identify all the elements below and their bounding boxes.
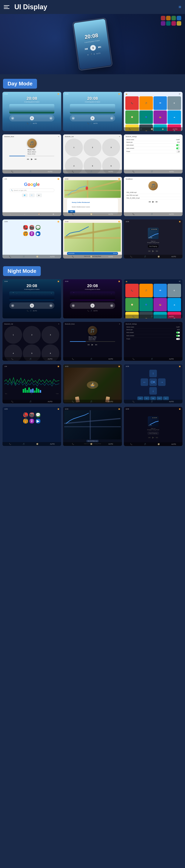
track-item-3[interactable]: 华乐_25_25EE_8.mp3 — [126, 197, 181, 200]
call-close[interactable]: ✕ — [119, 136, 120, 137]
s-next[interactable]: ⏭ — [156, 200, 158, 203]
n2-tel[interactable]: 📞 — [87, 310, 89, 312]
n-app-nav[interactable]: 🧭 — [125, 298, 139, 311]
n-app-weather[interactable]: ☁ — [167, 298, 181, 311]
mic-icon-1[interactable]: 🎵 — [30, 123, 32, 124]
ns-aa-toggle[interactable] — [176, 332, 180, 334]
cp-play[interactable]: ▶ — [152, 249, 154, 252]
auto-answer-toggle[interactable] — [176, 144, 180, 146]
nc2b-phone[interactable]: 📞 — [133, 401, 135, 403]
nav-down[interactable]: ↓ — [149, 387, 157, 395]
mb-nav[interactable]: 🧭 — [90, 213, 92, 215]
n2-play[interactable]: ⏸ — [90, 304, 95, 308]
nd-3[interactable]: 3 — [42, 326, 59, 344]
app-spotify[interactable]: 🎵 — [23, 231, 28, 236]
next-btn-2[interactable]: ⏭ — [110, 117, 113, 120]
ncb-phone[interactable]: 📞 — [11, 358, 14, 360]
n1-mic[interactable]: 🎵 — [30, 310, 32, 312]
dial-1[interactable]: 1 — [65, 138, 83, 156]
ns-ac-toggle[interactable] — [176, 335, 180, 337]
ncpb-music[interactable]: 🎵 — [144, 443, 146, 445]
ah-phone[interactable]: 📞 — [9, 256, 11, 257]
nav-ok[interactable]: OK — [149, 378, 157, 386]
eqb-music[interactable]: 🎵 — [29, 401, 31, 403]
cb-phone[interactable]: 📞 — [72, 170, 74, 173]
n-app-bt[interactable]: 🔵 — [139, 298, 153, 311]
n-app-map[interactable]: 🗺 — [154, 284, 167, 297]
nb-phone[interactable]: 📞 — [72, 256, 74, 257]
nc-close[interactable]: ✕ — [58, 323, 59, 325]
nav-icon[interactable]: ≡ — [179, 4, 181, 10]
bi-nav[interactable]: 🧭 — [151, 128, 153, 130]
nnb-nav[interactable]: 🧭 — [90, 443, 92, 445]
nmb-phone[interactable]: 📞 — [72, 358, 74, 360]
track-item-2[interactable]: xxxx 华乐 xxxx.mp3 — [126, 194, 181, 197]
play-btn-2[interactable]: ⏸ — [90, 116, 95, 120]
n2-prev[interactable]: ⏮ — [72, 304, 75, 307]
nm-next[interactable]: ⏭ — [95, 343, 98, 346]
app-bt[interactable]: 🔵 — [139, 111, 153, 124]
cp-next[interactable]: ⏭ — [156, 249, 158, 252]
prev-ctrl[interactable]: ⏮ — [27, 158, 29, 160]
n2-mic[interactable]: 🎵 — [90, 310, 92, 312]
nahb-music[interactable]: 🎵 — [23, 443, 25, 445]
nm-play[interactable]: ▶ — [91, 343, 93, 346]
app-yt[interactable]: ▶ — [36, 231, 41, 236]
n3b-music[interactable]: 🎵 — [151, 316, 153, 317]
ncpb-phone[interactable]: 📞 — [130, 443, 132, 445]
bi-phone[interactable]: 📞 — [129, 128, 131, 130]
next-ctrl[interactable]: ⏭ — [34, 158, 37, 160]
nah-phone[interactable]: 📞 — [23, 412, 28, 417]
settings-back[interactable]: ← — [179, 136, 181, 137]
track-item-1[interactable]: 华乐_0130E.mp3 — [126, 191, 181, 194]
nd-1[interactable]: 1 — [4, 326, 22, 344]
menu-icon[interactable] — [4, 3, 11, 11]
play-button[interactable]: ⏸ — [90, 45, 96, 51]
shortcut-1[interactable]: 🌐 — [22, 193, 28, 197]
dial-2[interactable]: 2 — [84, 138, 101, 156]
nb-nav[interactable]: 🧭 — [90, 256, 92, 257]
ah-nav[interactable]: 🧭 — [36, 256, 38, 257]
n2-next[interactable]: ⏭ — [110, 304, 113, 307]
app-settings[interactable]: ⚙ — [167, 96, 181, 110]
nsb-music[interactable]: 🎵 — [151, 358, 153, 360]
bm-phone[interactable]: 📞 — [11, 170, 14, 173]
bi-music[interactable]: 🎵 — [140, 128, 142, 130]
tel-icon-2[interactable]: 📞 — [87, 123, 89, 124]
play-ctrl[interactable]: ▶ — [31, 158, 33, 160]
vb-music[interactable]: 🎵 — [90, 401, 92, 403]
shortcut-3[interactable]: ▶ — [36, 193, 42, 197]
nah-music[interactable]: 🎵 — [23, 419, 28, 424]
nav-up[interactable]: ↑ — [149, 370, 157, 377]
nah-yt[interactable]: ▶ — [36, 419, 41, 424]
n1-next[interactable]: ⏭ — [50, 304, 52, 307]
play-btn-1[interactable]: ⏸ — [30, 116, 34, 120]
mic-icon[interactable]: 🎤 — [90, 54, 92, 55]
ncpb-nav[interactable]: 🧭 — [158, 443, 160, 445]
nm-prev[interactable]: ⏮ — [87, 343, 90, 346]
ncb-music[interactable]: 🎵 — [29, 358, 31, 360]
nd-2[interactable]: 2 — [23, 326, 41, 344]
s-prev[interactable]: ⏮ — [149, 200, 151, 203]
next-btn-1[interactable]: ⏭ — [50, 117, 52, 120]
gb-tabs[interactable]: ⊞ — [53, 213, 54, 215]
ncp-play[interactable]: ▶ — [152, 436, 154, 439]
n1-play[interactable]: ⏸ — [30, 304, 34, 308]
n3b-phone[interactable]: 📞 — [133, 316, 135, 317]
app-phone-main[interactable]: 📞 — [23, 225, 28, 230]
n-app-radio[interactable]: 📻 — [154, 298, 167, 311]
power-toggle[interactable] — [176, 151, 180, 153]
eqb-phone[interactable]: 📞 — [11, 401, 14, 403]
n-app-music[interactable]: 🎵 — [139, 284, 153, 297]
nav-right[interactable]: → — [158, 378, 165, 386]
ns-pw-toggle[interactable] — [176, 338, 180, 340]
app-video[interactable]: 🎬 — [29, 225, 34, 230]
gb-home[interactable]: 🏠 — [38, 213, 40, 215]
sob-phone[interactable]: 📞 — [133, 213, 135, 215]
mic-icon-2[interactable]: 🎵 — [90, 123, 92, 124]
gb-back[interactable]: ← — [9, 213, 11, 215]
google-search-bar[interactable]: 🔍 Search or type URL — [9, 189, 54, 192]
next-icon[interactable]: ⏭ — [98, 45, 102, 49]
ncp-prev[interactable]: ⏮ — [148, 436, 151, 439]
n1-prev[interactable]: ⏮ — [11, 304, 14, 307]
